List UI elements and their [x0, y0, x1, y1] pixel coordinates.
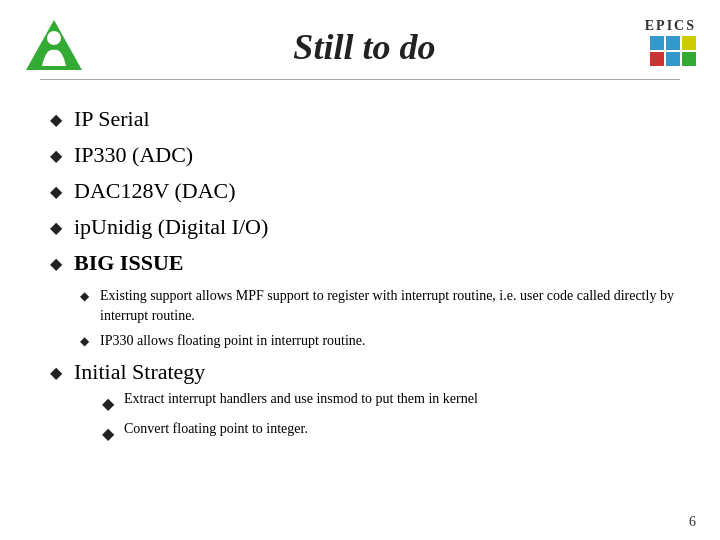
header: Still to do EPICS: [0, 0, 720, 73]
header-divider: [40, 79, 680, 80]
sub-bullet-list: ◆ Existing support allows MPF support to…: [80, 286, 680, 351]
epics-label: EPICS: [645, 18, 696, 34]
initial-strategy-item: ◆ Initial Strategy ◆ Extract interrupt h…: [50, 359, 680, 450]
page-title: Still to do: [84, 18, 645, 68]
list-item: ◆ Convert floating point to integer.: [102, 419, 478, 445]
list-item: ◆ IP330 (ADC): [50, 142, 680, 168]
list-item: ◆ Extract interrupt handlers and use ins…: [102, 389, 478, 415]
epics-block: EPICS: [645, 18, 696, 66]
bullet-icon: ◆: [50, 218, 64, 237]
bullet-icon: ◆: [50, 110, 64, 129]
list-item-big-issue: ◆ BIG ISSUE: [50, 250, 680, 276]
svg-point-1: [47, 31, 61, 45]
bullet-icon: ◆: [50, 254, 64, 273]
bullet-icon: ◆: [80, 333, 92, 350]
list-item: ◆ ipUnidig (Digital I/O): [50, 214, 680, 240]
anl-logo: [24, 18, 84, 73]
main-content: ◆ IP Serial ◆ IP330 (ADC) ◆ DAC128V (DAC…: [0, 88, 720, 470]
page-number: 6: [689, 514, 696, 530]
list-item: ◆ DAC128V (DAC): [50, 178, 680, 204]
bullet-icon: ◆: [50, 363, 64, 382]
bullet-icon: ◆: [50, 146, 64, 165]
list-item: ◆ IP330 allows floating point in interru…: [80, 331, 680, 351]
strategy-sub-list: ◆ Extract interrupt handlers and use ins…: [102, 389, 478, 446]
main-bullet-list: ◆ IP Serial ◆ IP330 (ADC) ◆ DAC128V (DAC…: [50, 106, 680, 276]
epics-grid: [650, 36, 696, 66]
strategy-bullet-list: ◆ Initial Strategy ◆ Extract interrupt h…: [50, 359, 680, 450]
bullet-icon: ◆: [102, 423, 116, 445]
bullet-icon: ◆: [102, 393, 116, 415]
list-item: ◆ IP Serial: [50, 106, 680, 132]
list-item: ◆ Existing support allows MPF support to…: [80, 286, 680, 325]
bullet-icon: ◆: [80, 288, 92, 305]
bullet-icon: ◆: [50, 182, 64, 201]
